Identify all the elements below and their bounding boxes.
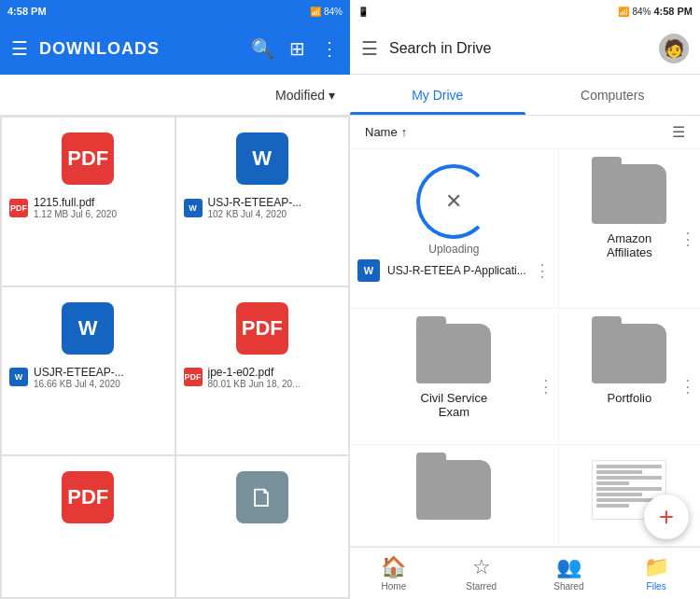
doc-line-6 [596, 493, 642, 496]
file-info-jpe: PDF jpe-1-e02.pdf 80.01 KB Jun 18, 20... [184, 366, 342, 389]
left-status-bar: 4:58 PM 📶 84% [0, 0, 350, 22]
nav-item-files[interactable]: 📁 Files [612, 548, 700, 599]
drive-grid: ✕ Uploading W USJ-R-ETEEA P-Applicati...… [350, 149, 700, 547]
nav-item-starred[interactable]: ☆ Starred [438, 548, 525, 599]
pdf-icon-large-2: PDF [236, 302, 288, 355]
filter-chevron-icon: ▾ [329, 88, 335, 103]
file-name: jpe-1-e02.pdf [208, 366, 342, 379]
file-card-usjr1[interactable]: W W USJ-R-ETEEAP-... 102 KB Jul 4, 2020 [176, 118, 349, 286]
doc-line-3 [596, 476, 662, 480]
bottom-nav: 🏠 Home ☆ Starred 👥 Shared 📁 Files [350, 547, 700, 599]
file-meta: 1.12 MB Jul 6, 2020 [34, 209, 167, 219]
nav-item-shared[interactable]: 👥 Shared [525, 548, 613, 599]
file-info-1215: PDF 1215.full.pdf 1.12 MB Jul 6, 2020 [9, 196, 167, 219]
menu-icon[interactable]: ☰ [11, 39, 28, 58]
word-mini-icon: W [184, 199, 203, 217]
folder-label-portfolio: Portfolio [608, 391, 652, 405]
name-label-text: Name [365, 125, 398, 139]
nav-starred-label: Starred [466, 581, 497, 592]
word-icon-large-2: W [62, 302, 114, 355]
doc-line-2 [596, 470, 642, 474]
more-options-icon[interactable]: ⋮ [320, 39, 339, 58]
header-actions: 🔍 ⊞ ⋮ [251, 39, 339, 58]
drive-status-indicator: 📱 [357, 7, 369, 17]
doc-line-4 [596, 481, 629, 485]
battery-icon: 84% [324, 7, 343, 17]
left-status-icons: 📶 84% [310, 7, 343, 17]
uploading-file-name: USJ-R-ETEEA P-Applicati... [387, 264, 526, 277]
right-panel: 📱 📶 84% 4:58 PM ☰ Search in Drive 🧑 My D… [350, 0, 700, 599]
file-card-1215[interactable]: PDF PDF 1215.full.pdf 1.12 MB Jul 6, 202… [2, 118, 175, 286]
starred-icon: ☆ [472, 555, 491, 579]
pdf-icon-large-3: PDF [62, 471, 114, 523]
doc-line-8 [596, 504, 629, 508]
filter-button[interactable]: Modified ▾ [275, 88, 335, 103]
drive-item-unnamed[interactable] [350, 445, 559, 547]
file-card-usjr2[interactable]: W W USJR-ETEEAP-... 16.66 KB Jul 4, 2020 [2, 287, 175, 455]
home-icon: 🏠 [381, 555, 406, 579]
folder-icon-portfolio [592, 324, 666, 383]
pdf-mini-icon-2: PDF [184, 368, 203, 386]
portfolio-more-icon[interactable]: ⋮ [679, 376, 696, 397]
file-details-1215: 1215.full.pdf 1.12 MB Jul 6, 2020 [34, 196, 167, 219]
uploading-more-icon[interactable]: ⋮ [534, 260, 551, 281]
uploading-file-row: W USJ-R-ETEEA P-Applicati... ⋮ [357, 256, 551, 282]
fab-add-button[interactable]: + [644, 495, 689, 539]
drive-item-amazon[interactable]: Amazon Affiliates ⋮ [559, 149, 700, 309]
drive-menu-icon[interactable]: ☰ [361, 39, 378, 58]
civilservice-more-icon[interactable]: ⋮ [538, 376, 554, 397]
folder-icon-unnamed [416, 460, 491, 520]
word-mini-icon-2: W [9, 368, 28, 386]
tab-computers[interactable]: Computers [525, 75, 701, 115]
shared-icon: 👥 [556, 555, 581, 579]
nav-item-home[interactable]: 🏠 Home [350, 548, 438, 599]
folder-icon-civilservice [416, 324, 491, 383]
file-meta: 102 KB Jul 4, 2020 [208, 209, 342, 219]
drive-item-civilservice[interactable]: Civil Service Exam ⋮ [350, 309, 559, 446]
wifi-icon: 📶 [310, 7, 321, 17]
folder-label-amazon: Amazon Affiliates [607, 231, 652, 259]
nav-files-label: Files [647, 581, 666, 592]
file-meta: 16.66 KB Jul 4, 2020 [34, 379, 167, 389]
search-in-drive-label[interactable]: Search in Drive [389, 40, 648, 57]
left-panel: 4:58 PM 📶 84% ☰ DOWNLOADS 🔍 ⊞ ⋮ Modified… [0, 0, 350, 599]
pdf-icon-large: PDF [62, 132, 114, 185]
file-card-pdf5[interactable]: PDF [2, 456, 175, 597]
drive-tabs: My Drive Computers [350, 75, 700, 116]
word-mini-uploading: W [357, 259, 380, 282]
drive-item-portfolio[interactable]: Portfolio ⋮ [559, 309, 700, 446]
file-name: USJR-ETEEAP-... [34, 366, 167, 379]
doc-line-1 [596, 465, 662, 468]
drive-item-uploading[interactable]: ✕ Uploading W USJ-R-ETEEA P-Applicati...… [350, 149, 559, 309]
left-header: ☰ DOWNLOADS 🔍 ⊞ ⋮ [0, 22, 350, 75]
right-wifi-icon: 📶 [618, 7, 629, 17]
user-avatar[interactable]: 🧑 [659, 34, 689, 63]
page-title: DOWNLOADS [39, 39, 240, 59]
pdf-mini-icon: PDF [9, 199, 28, 217]
name-bar: Name ↑ ☰ [350, 116, 700, 149]
uploading-label: Uploading [428, 243, 479, 256]
right-time: 4:58 PM [653, 6, 693, 17]
folder-label-civilservice: Civil Service Exam [421, 391, 488, 419]
tab-my-drive[interactable]: My Drive [350, 75, 525, 115]
list-view-icon[interactable]: ☰ [672, 123, 685, 141]
left-status-time: 4:58 PM [7, 6, 47, 17]
folder-icon-amazon [592, 164, 666, 224]
file-card-jpe[interactable]: PDF PDF jpe-1-e02.pdf 80.01 KB Jun 18, 2… [176, 287, 349, 455]
search-icon[interactable]: 🔍 [251, 39, 274, 58]
avatar-image: 🧑 [664, 38, 684, 59]
nav-shared-label: Shared [553, 581, 583, 592]
right-status-bar: 📱 📶 84% 4:58 PM [350, 0, 700, 22]
upload-progress-circle: ✕ [416, 164, 491, 239]
word-icon-large: W [236, 132, 288, 185]
file-details-usjr1: USJ-R-ETEEAP-... 102 KB Jul 4, 2020 [208, 196, 342, 219]
sort-by-name[interactable]: Name ↑ [365, 125, 407, 139]
files-grid: PDF PDF 1215.full.pdf 1.12 MB Jul 6, 202… [0, 116, 350, 599]
amazon-more-icon[interactable]: ⋮ [679, 229, 696, 249]
file-details-jpe: jpe-1-e02.pdf 80.01 KB Jun 18, 20... [208, 366, 342, 389]
file-name: 1215.full.pdf [34, 196, 167, 209]
grid-view-icon[interactable]: ⊞ [289, 39, 305, 58]
files-icon: 📁 [644, 555, 669, 579]
right-status-icons: 📶 84% 4:58 PM [618, 6, 693, 17]
file-card-generic[interactable]: 🗋 [176, 456, 349, 597]
